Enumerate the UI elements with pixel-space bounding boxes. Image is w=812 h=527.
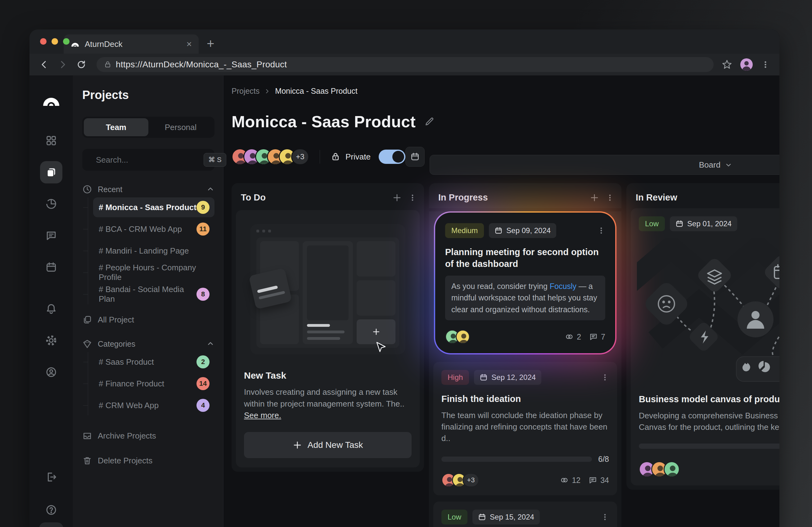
add-new-task-label: Add New Task bbox=[308, 440, 363, 450]
rail-messages-button[interactable] bbox=[40, 224, 62, 247]
column-menu-icon[interactable] bbox=[606, 194, 614, 202]
rail-projects-button[interactable] bbox=[40, 161, 62, 184]
rail-calendar-button[interactable] bbox=[40, 256, 62, 278]
breadcrumb: Projects Monicca - Saas Product bbox=[232, 87, 358, 96]
minimize-window-button[interactable] bbox=[52, 38, 58, 45]
card-menu-icon[interactable] bbox=[601, 513, 609, 521]
back-icon[interactable] bbox=[39, 59, 49, 70]
recent-item-people-hours[interactable]: # People Hours - Company Profile bbox=[93, 263, 215, 282]
extra-members-badge[interactable]: +3 bbox=[291, 148, 309, 165]
page-title: Monicca - Saas Product bbox=[232, 112, 416, 131]
breadcrumb-projects[interactable]: Projects bbox=[232, 87, 260, 96]
category-item-crm[interactable]: # CRM Web App 4 bbox=[93, 395, 215, 415]
due-date-text: Sep 15, 2024 bbox=[490, 513, 534, 522]
calendar-view-button[interactable] bbox=[405, 147, 425, 167]
recent-section-header[interactable]: Recent bbox=[82, 184, 215, 194]
comments-metric[interactable]: 7 bbox=[589, 332, 605, 341]
recent-item-mandiri[interactable]: # Mandiri - Landing Page bbox=[93, 241, 215, 261]
close-window-button[interactable] bbox=[40, 38, 46, 45]
card-menu-icon[interactable] bbox=[601, 374, 609, 381]
bookmark-star-icon[interactable] bbox=[722, 59, 732, 70]
app-logo-icon[interactable] bbox=[41, 91, 61, 108]
card-description: The team will conclude the ideation phas… bbox=[441, 410, 609, 444]
extra-members-badge[interactable]: +3 bbox=[463, 473, 479, 487]
focusly-link[interactable]: Focusly bbox=[550, 282, 576, 291]
rail-logout-button[interactable] bbox=[40, 466, 62, 488]
delete-projects-item[interactable]: Delete Projects bbox=[82, 451, 215, 470]
category-item-saas[interactable]: # Saas Product 2 bbox=[93, 352, 215, 372]
recent-item-bandai[interactable]: # Bandai - Social Media Plan 8 bbox=[93, 284, 215, 304]
recent-item-monicca[interactable]: # Monicca - Saas Product 9 bbox=[93, 197, 215, 217]
toggle-knob bbox=[392, 151, 404, 163]
plus-icon bbox=[293, 440, 302, 450]
task-card-business-model[interactable]: Low Sep 01, 2024 bbox=[631, 208, 779, 485]
search-box[interactable]: ⌘ S bbox=[82, 149, 215, 171]
archive-projects-item[interactable]: Archive Projects bbox=[82, 426, 215, 446]
tag-icon bbox=[82, 339, 92, 349]
see-more-link[interactable]: See more. bbox=[244, 411, 281, 420]
column-title: To Do bbox=[241, 192, 392, 203]
forward-icon[interactable] bbox=[57, 59, 68, 70]
rail-notifications-button[interactable] bbox=[40, 298, 62, 320]
due-date-chip: Sep 01, 2024 bbox=[670, 216, 737, 231]
item-label: # Finance Product bbox=[99, 379, 197, 389]
chevron-up-icon[interactable] bbox=[206, 340, 215, 348]
flow-diagram-illustration bbox=[637, 238, 779, 385]
tab-personal[interactable]: Personal bbox=[148, 118, 213, 136]
copy-icon bbox=[82, 315, 92, 325]
edit-pencil-icon[interactable] bbox=[424, 116, 435, 127]
view-select[interactable]: Board bbox=[430, 155, 779, 175]
progress-bar bbox=[639, 443, 779, 449]
count-badge: 9 bbox=[197, 201, 209, 214]
private-toggle[interactable] bbox=[379, 150, 405, 164]
refresh-icon[interactable] bbox=[76, 59, 87, 70]
card-title: Business model canvas of product bbox=[639, 393, 779, 405]
task-card-lowfidelity[interactable]: Low Sep 15, 2024 Preparation low - fidel… bbox=[433, 501, 617, 527]
tab-close-icon[interactable]: × bbox=[186, 40, 192, 49]
column-menu-icon[interactable] bbox=[408, 194, 417, 202]
links-metric[interactable]: 2 bbox=[565, 332, 581, 341]
due-date-chip: Sep 12, 2024 bbox=[474, 370, 541, 385]
rail-analytics-button[interactable] bbox=[40, 193, 62, 215]
task-card-ideation[interactable]: High Sep 12, 2024 Finish the ideation Th… bbox=[433, 362, 617, 495]
count-badge: 8 bbox=[197, 288, 209, 301]
profile-avatar[interactable] bbox=[740, 58, 753, 71]
add-new-task-button[interactable]: Add New Task bbox=[244, 432, 411, 458]
category-item-finance[interactable]: # Finance Product 14 bbox=[93, 374, 215, 394]
comment-icon bbox=[589, 476, 597, 484]
gear-icon bbox=[45, 335, 57, 346]
task-card-planning[interactable]: Medium Sep 09, 2024 Planning meeting for… bbox=[435, 213, 615, 353]
browser-tab[interactable]: AturnDeck × bbox=[64, 34, 199, 54]
new-tab-button[interactable]: + bbox=[207, 36, 215, 51]
links-count: 2 bbox=[577, 332, 581, 341]
browser-menu-icon[interactable] bbox=[761, 60, 770, 69]
rail-help-button[interactable] bbox=[40, 499, 62, 521]
count-badge: 14 bbox=[197, 377, 209, 390]
add-card-icon[interactable] bbox=[392, 193, 402, 202]
links-metric[interactable]: 12 bbox=[560, 476, 580, 485]
chevron-right-icon bbox=[264, 88, 271, 95]
recent-item-bca[interactable]: # BCA - CRM Web App 11 bbox=[93, 219, 215, 239]
rail-apps-button[interactable] bbox=[40, 129, 62, 152]
url-bar[interactable]: https://AturnDeck/Monicca_-_Saas_Product bbox=[97, 57, 714, 72]
clock-icon bbox=[82, 184, 92, 194]
tab-team[interactable]: Team bbox=[84, 118, 148, 136]
calendar-icon bbox=[45, 261, 57, 273]
member-avatars[interactable]: +3 bbox=[232, 148, 309, 165]
categories-section-header[interactable]: Categories bbox=[82, 339, 215, 349]
projects-icon bbox=[45, 166, 57, 178]
item-label: # Monicca - Saas Product bbox=[99, 203, 197, 212]
item-label: # CRM Web App bbox=[99, 401, 197, 410]
card-menu-icon[interactable] bbox=[597, 226, 605, 235]
apps-grid-icon bbox=[45, 135, 57, 146]
privacy-control: Private bbox=[331, 150, 405, 164]
chevron-up-icon[interactable] bbox=[206, 185, 215, 193]
chat-icon bbox=[45, 230, 57, 241]
all-project-item[interactable]: All Project bbox=[82, 310, 215, 330]
rail-account-button[interactable] bbox=[40, 361, 62, 383]
zoom-window-button[interactable] bbox=[63, 38, 70, 45]
rail-settings-button[interactable] bbox=[40, 329, 62, 352]
lock-icon bbox=[104, 61, 112, 68]
search-input[interactable] bbox=[96, 155, 200, 165]
comments-metric[interactable]: 34 bbox=[589, 476, 609, 485]
